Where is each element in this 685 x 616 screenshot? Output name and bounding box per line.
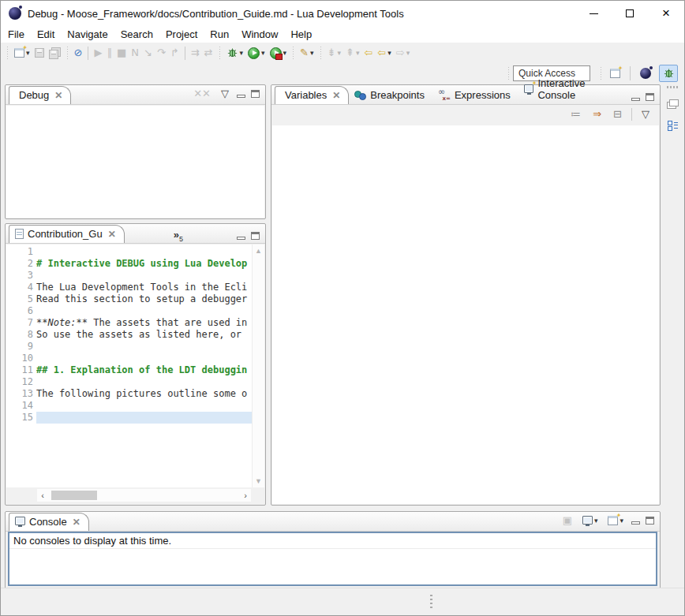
menu-help[interactable]: Help bbox=[284, 27, 318, 42]
run-dropdown-icon[interactable]: ▾ bbox=[261, 49, 265, 57]
minimize-view-button[interactable] bbox=[237, 95, 245, 98]
lua-perspective-button[interactable] bbox=[636, 65, 655, 82]
menu-search[interactable]: Search bbox=[114, 27, 159, 42]
menu-run[interactable]: Run bbox=[204, 27, 235, 42]
code-line-14[interactable] bbox=[36, 400, 252, 412]
toolbar-grip[interactable] bbox=[291, 47, 295, 59]
maximize-view-button[interactable] bbox=[251, 90, 260, 98]
close-icon[interactable]: ✕ bbox=[108, 229, 116, 240]
scrollbar-thumb[interactable] bbox=[51, 491, 97, 500]
tab-expressions[interactable]: Expressions bbox=[432, 87, 518, 104]
debug-view-content[interactable] bbox=[6, 106, 264, 218]
open-console-button[interactable]: ▾ bbox=[605, 514, 626, 527]
back-dropdown-icon[interactable]: ▾ bbox=[387, 49, 391, 57]
scroll-left-icon[interactable]: ‹ bbox=[37, 491, 48, 500]
code-line-10[interactable] bbox=[36, 353, 252, 364]
window-maximize-button[interactable] bbox=[612, 1, 648, 26]
close-icon[interactable]: ✕ bbox=[332, 90, 340, 101]
maximize-view-button[interactable] bbox=[646, 517, 654, 525]
disconnect-button[interactable]: N bbox=[129, 46, 141, 60]
trim-grip[interactable] bbox=[667, 86, 678, 88]
menu-edit[interactable]: Edit bbox=[31, 27, 61, 42]
next-annotation-dropdown-icon[interactable]: ▾ bbox=[337, 49, 341, 57]
step-into-button[interactable]: ↘ bbox=[141, 46, 155, 60]
save-all-button[interactable] bbox=[47, 46, 63, 61]
collapse-all-button[interactable]: ⊟ bbox=[611, 107, 624, 121]
editor-text-area[interactable]: # Interactive DEBUG using Lua DevelopThe… bbox=[36, 245, 252, 487]
minimize-view-button[interactable] bbox=[631, 98, 640, 101]
scrollbar-track[interactable] bbox=[48, 490, 240, 501]
remove-all-terminated-button[interactable]: ✕✕ bbox=[191, 87, 213, 101]
skip-all-breakpoints-button[interactable]: ⊘ bbox=[72, 46, 85, 60]
display-selected-console-button[interactable]: ▾ bbox=[580, 514, 601, 528]
minimize-view-button[interactable] bbox=[237, 237, 245, 240]
console-content[interactable]: No consoles to display at this time. bbox=[8, 532, 657, 586]
code-line-7[interactable]: **Note:** The assets that are used in bbox=[36, 317, 252, 329]
terminate-button[interactable]: ■ bbox=[114, 46, 129, 60]
use-step-filters-button[interactable]: ⇉ bbox=[189, 46, 202, 60]
external-tools-dropdown-icon[interactable]: ▾ bbox=[310, 49, 314, 57]
tab-interactive-console[interactable]: Interactive Console bbox=[518, 75, 631, 104]
next-annotation-button[interactable]: ⇟▾ bbox=[325, 46, 343, 60]
debug-perspective-button[interactable] bbox=[659, 65, 678, 82]
tab-console[interactable]: Console ✕ bbox=[9, 513, 89, 531]
run-button[interactable]: ▾ bbox=[245, 46, 268, 61]
code-line-13[interactable]: The following pictures outline some o bbox=[36, 388, 252, 400]
line-number-ruler[interactable]: 123456789101112131415 bbox=[17, 245, 36, 487]
forward-dropdown-icon[interactable]: ▾ bbox=[406, 49, 410, 57]
toggle-step-filters-button[interactable]: ⇄ bbox=[202, 46, 215, 60]
debug-button[interactable]: ▾ bbox=[224, 46, 246, 61]
code-line-11[interactable]: ## 1. Explanation of the LDT debuggin bbox=[36, 364, 252, 376]
step-over-button[interactable]: ↷ bbox=[155, 46, 168, 60]
previous-annotation-dropdown-icon[interactable]: ▾ bbox=[356, 49, 360, 57]
code-line-8[interactable]: So use the assets as listed here, or bbox=[36, 329, 252, 341]
toolbar-grip[interactable] bbox=[507, 67, 511, 80]
profile-dropdown-icon[interactable]: ▾ bbox=[283, 49, 287, 57]
show-type-names-button[interactable]: ≔ bbox=[568, 107, 583, 121]
outline-view-button[interactable] bbox=[665, 118, 680, 132]
maximize-view-button[interactable] bbox=[251, 232, 260, 240]
fast-view-stack-button[interactable] bbox=[664, 96, 681, 110]
profile-button[interactable]: ▾ bbox=[268, 46, 290, 61]
menu-file[interactable]: File bbox=[1, 27, 31, 42]
editor-vertical-scrollbar[interactable]: ▲ ▼ bbox=[252, 245, 264, 487]
code-line-6[interactable] bbox=[36, 305, 252, 317]
scroll-right-icon[interactable]: › bbox=[240, 491, 251, 500]
code-line-15[interactable] bbox=[36, 412, 252, 424]
back-button[interactable]: ⇦▾ bbox=[375, 46, 393, 60]
status-bar-grip[interactable] bbox=[430, 595, 432, 610]
variables-content[interactable] bbox=[272, 125, 659, 504]
forward-button[interactable]: ⇨▾ bbox=[394, 46, 412, 60]
display-selected-console-dropdown-icon[interactable]: ▾ bbox=[594, 517, 598, 525]
menu-window[interactable]: Window bbox=[235, 27, 284, 42]
suspend-button[interactable]: ∥ bbox=[104, 46, 114, 60]
external-tools-button[interactable]: ✎▾ bbox=[298, 46, 316, 60]
view-menu-button[interactable]: ▽ bbox=[639, 107, 652, 121]
close-icon[interactable]: ✕ bbox=[54, 90, 62, 101]
close-icon[interactable]: ✕ bbox=[73, 517, 80, 528]
code-line-9[interactable] bbox=[36, 341, 252, 353]
code-line-12[interactable] bbox=[36, 376, 252, 388]
tab-variables[interactable]: Variables✕ bbox=[275, 86, 349, 104]
editor-horizontal-scrollbar[interactable]: ‹ › bbox=[37, 489, 251, 502]
scroll-up-icon[interactable]: ▲ bbox=[255, 247, 262, 255]
debug-dropdown-icon[interactable]: ▾ bbox=[240, 49, 244, 57]
toolbar-grip[interactable] bbox=[319, 47, 323, 59]
menu-project[interactable]: Project bbox=[159, 27, 204, 42]
code-line-4[interactable]: The Lua Development Tools in the Ecli bbox=[36, 282, 252, 293]
toolbar-grip[interactable] bbox=[66, 47, 69, 59]
tab-editor-contribution-guide[interactable]: Contribution_Gu ✕ bbox=[9, 225, 125, 243]
pin-console-button[interactable]: ▣ bbox=[560, 513, 575, 528]
tab-breakpoints[interactable]: Breakpoints bbox=[349, 87, 432, 104]
code-line-1[interactable] bbox=[36, 246, 252, 258]
scroll-down-icon[interactable]: ▼ bbox=[255, 477, 262, 485]
step-return-button[interactable]: ↱ bbox=[168, 46, 182, 60]
new-button[interactable]: ▾ bbox=[12, 47, 32, 59]
annotation-ruler[interactable] bbox=[6, 245, 17, 487]
hidden-editors-chevron[interactable]: »5 bbox=[174, 229, 183, 243]
minimize-view-button[interactable] bbox=[631, 521, 640, 525]
tab-debug[interactable]: Debug ✕ bbox=[9, 86, 71, 104]
code-line-5[interactable]: Read this section to setup a debugger bbox=[36, 293, 252, 305]
toolbar-grip[interactable] bbox=[6, 47, 9, 59]
window-close-button[interactable]: × bbox=[648, 1, 684, 26]
